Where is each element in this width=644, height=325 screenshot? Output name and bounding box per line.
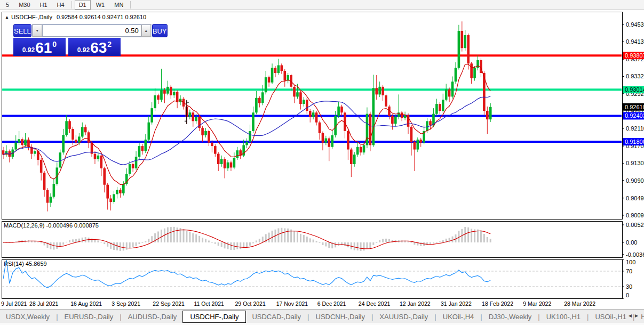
chart-tab-xauusd-[interactable]: XAUUSD-,Daily	[373, 311, 434, 322]
moving-averages	[3, 64, 490, 184]
svg-text:28 Jul 2021: 28 Jul 2021	[29, 300, 58, 307]
tab-scroll-arrows[interactable]: ◂▸	[629, 312, 641, 319]
svg-text:30: 30	[626, 283, 632, 290]
sell-price-pipette: 0	[52, 40, 57, 48]
sell-button[interactable]: SELL	[13, 24, 31, 37]
sell-price-big-digits: 61	[35, 41, 52, 55]
chart-tab-dj30-[interactable]: DJ30-,Weekly	[483, 311, 538, 322]
svg-text:9 Mar 2022: 9 Mar 2022	[523, 300, 551, 307]
tab-scroll-left-icon[interactable]: ◂	[629, 312, 635, 319]
mt4-window: 5M30H1H4D1W1MN 0.945300.941300.937200.93…	[0, 0, 644, 325]
svg-text:22 Sep 2021: 22 Sep 2021	[153, 300, 185, 307]
volume-increase-button[interactable]: ▲	[141, 25, 151, 37]
chart-symbol-label: USDCHF-,Daily	[11, 14, 52, 20]
one-click-trade-panel: SELL ▼ ▲ BUY 0.92 61 0 0.92 63 2	[13, 24, 121, 56]
volume-decrease-button[interactable]: ▼	[33, 25, 42, 37]
svg-text:0.92110: 0.92110	[626, 125, 644, 132]
svg-text:3 Sep 2021: 3 Sep 2021	[112, 300, 140, 307]
volume-spinner: ▼ ▲	[32, 24, 152, 37]
svg-text:0.94130: 0.94130	[626, 38, 644, 45]
macd-indicator-label: MACD(12,26,9) -0.000496 0.000875	[4, 222, 99, 229]
svg-text:0.94530: 0.94530	[626, 21, 644, 28]
sell-price-prefix: 0.92	[22, 46, 35, 54]
svg-text:0.91800: 0.91800	[625, 139, 644, 145]
rsi-indicator-label: RSI(14) 45.8659	[4, 261, 47, 267]
collapse-panel-icon[interactable]: ▲	[5, 15, 9, 20]
chart-tab-bar: USDX,Weekly|EURUSD-,Daily|AUDUSD-,DailyU…	[0, 309, 644, 323]
svg-text:0.92403: 0.92403	[625, 112, 644, 119]
svg-text:9 Jul 2021: 9 Jul 2021	[1, 300, 27, 307]
horizontal-level-lines	[2, 55, 622, 142]
chart-tab-usdx[interactable]: USDX,Weekly	[0, 311, 55, 322]
chart-tab-audusd-[interactable]: AUDUSD-,Daily	[122, 311, 183, 322]
status-strip	[0, 323, 644, 325]
svg-text:17 Nov 2021: 17 Nov 2021	[276, 300, 308, 307]
volume-input[interactable]	[42, 25, 141, 37]
svg-text:28 Mar 2022: 28 Mar 2022	[564, 300, 595, 307]
buy-price-prefix: 0.92	[77, 46, 90, 54]
svg-text:0.00523: 0.00523	[626, 222, 644, 228]
svg-text:18 Feb 2022: 18 Feb 2022	[482, 300, 513, 307]
buy-button[interactable]: BUY	[152, 24, 168, 37]
chart-tab-uk100-[interactable]: UK100-,H1	[540, 311, 586, 322]
svg-text:24 Dec 2021: 24 Dec 2021	[359, 300, 391, 307]
svg-text:100: 100	[626, 259, 635, 265]
svg-text:11 Oct 2021: 11 Oct 2021	[194, 300, 224, 307]
svg-text:0.90490: 0.90490	[626, 195, 644, 201]
chart-tab-usdchf-[interactable]: USDCHF-,Daily	[182, 311, 246, 323]
chart-tab-usoil-[interactable]: USOil-,H1	[589, 311, 632, 322]
chart-ohlc-values: 0.92584 0.92614 0.92471 0.92610	[57, 14, 146, 20]
chart-title: ▲USDCHF-,Daily0.92584 0.92614 0.92471 0.…	[5, 14, 146, 20]
svg-text:29 Oct 2021: 29 Oct 2021	[235, 300, 266, 307]
tab-scroll-right-icon[interactable]: ▸	[635, 312, 641, 319]
svg-text:-0.00362: -0.00362	[626, 251, 644, 258]
buy-price-display[interactable]: 0.92 63 2	[68, 38, 121, 56]
svg-text:12 Jan 2022: 12 Jan 2022	[400, 300, 431, 307]
svg-text:70: 70	[626, 268, 632, 274]
svg-text:0.93014: 0.93014	[625, 86, 644, 93]
svg-text:0: 0	[626, 292, 629, 298]
svg-text:6 Dec 2021: 6 Dec 2021	[317, 300, 346, 307]
price-axis: 0.945300.941300.937200.933200.929200.925…	[622, 21, 644, 298]
rsi-panel-plot	[2, 259, 622, 288]
svg-text:0.93320: 0.93320	[626, 73, 644, 79]
svg-text:0.00: 0.00	[626, 239, 637, 246]
chart-tab-usdcnh-[interactable]: USDCNH-,Daily	[310, 311, 371, 322]
buy-price-pipette: 2	[107, 40, 112, 48]
svg-text:0.90900: 0.90900	[626, 177, 644, 184]
chart-tab-usdcad-[interactable]: USDCAD-,Daily	[246, 311, 307, 322]
svg-text:0.91300: 0.91300	[626, 160, 644, 166]
svg-text:0.92610: 0.92610	[625, 104, 644, 110]
chart-tab-eurusd-[interactable]: EURUSD-,Daily	[59, 311, 120, 322]
macd-panel-plot	[3, 227, 491, 251]
svg-text:0.90090: 0.90090	[626, 212, 644, 218]
chart-tab-ukoil-[interactable]: UKOil-,H4	[437, 311, 480, 322]
buy-price-big-digits: 63	[90, 41, 107, 55]
svg-text:31 Jan 2022: 31 Jan 2022	[441, 300, 472, 307]
svg-text:16 Aug 2021: 16 Aug 2021	[70, 300, 102, 307]
svg-text:0.93807: 0.93807	[625, 52, 644, 59]
sell-price-display[interactable]: 0.92 61 0	[13, 38, 66, 56]
time-axis: 9 Jul 202128 Jul 202116 Aug 20213 Sep 20…	[1, 300, 595, 307]
